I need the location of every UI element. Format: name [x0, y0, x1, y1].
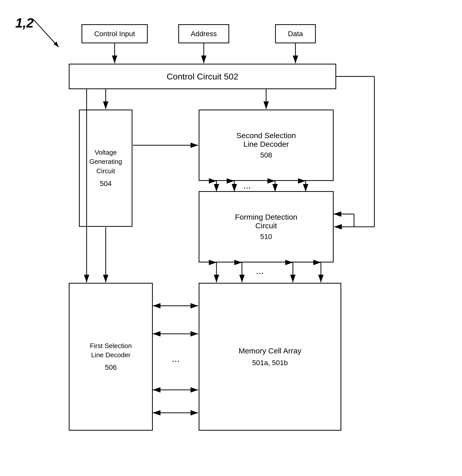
- voltage-text: VoltageGeneratingCircuit 504: [89, 148, 122, 189]
- control-circuit-box: Control Circuit 502: [69, 64, 336, 89]
- data-label: Data: [288, 30, 303, 38]
- second-decoder-label: Second SelectionLine Decoder: [236, 131, 296, 149]
- second-decoder-box: Second SelectionLine Decoder 508: [199, 110, 334, 181]
- data-box: Data: [275, 24, 316, 43]
- svg-line-0: [33, 19, 59, 47]
- voltage-circuit-box: VoltageGeneratingCircuit 504: [79, 110, 132, 227]
- svg-text:...: ...: [256, 266, 264, 276]
- second-decoder-text: Second SelectionLine Decoder 508: [236, 131, 296, 159]
- circuit-diagram: 1,2 Control Input Address Data Control C…: [0, 0, 462, 476]
- forming-detection-label: Forming DetectionCircuit: [235, 213, 297, 230]
- control-input-box: Control Input: [81, 24, 148, 43]
- svg-text:...: ...: [172, 353, 180, 364]
- control-input-label: Control Input: [94, 30, 135, 38]
- svg-text:...: ...: [243, 180, 251, 191]
- memory-cell-number: 501a, 501b: [239, 359, 302, 367]
- memory-cell-box: Memory Cell Array 501a, 501b: [199, 283, 341, 431]
- second-decoder-number: 508: [236, 151, 296, 159]
- first-decoder-box: First SelectionLine Decoder 506: [69, 283, 153, 431]
- label-arrow-icon: [25, 14, 66, 55]
- memory-cell-label: Memory Cell Array: [239, 347, 302, 355]
- forming-detection-box: Forming DetectionCircuit 510: [199, 191, 334, 262]
- first-decoder-text: First SelectionLine Decoder 506: [90, 341, 132, 372]
- memory-cell-text: Memory Cell Array 501a, 501b: [239, 347, 302, 367]
- first-decoder-label: First SelectionLine Decoder: [90, 341, 132, 360]
- voltage-number: 504: [100, 179, 112, 189]
- address-label: Address: [191, 30, 217, 38]
- forming-detection-number: 510: [235, 233, 297, 241]
- control-circuit-label: Control Circuit 502: [167, 72, 238, 82]
- address-box: Address: [178, 24, 229, 43]
- first-decoder-number: 506: [105, 362, 117, 372]
- voltage-label: VoltageGeneratingCircuit: [89, 148, 122, 176]
- forming-detection-text: Forming DetectionCircuit 510: [235, 213, 297, 241]
